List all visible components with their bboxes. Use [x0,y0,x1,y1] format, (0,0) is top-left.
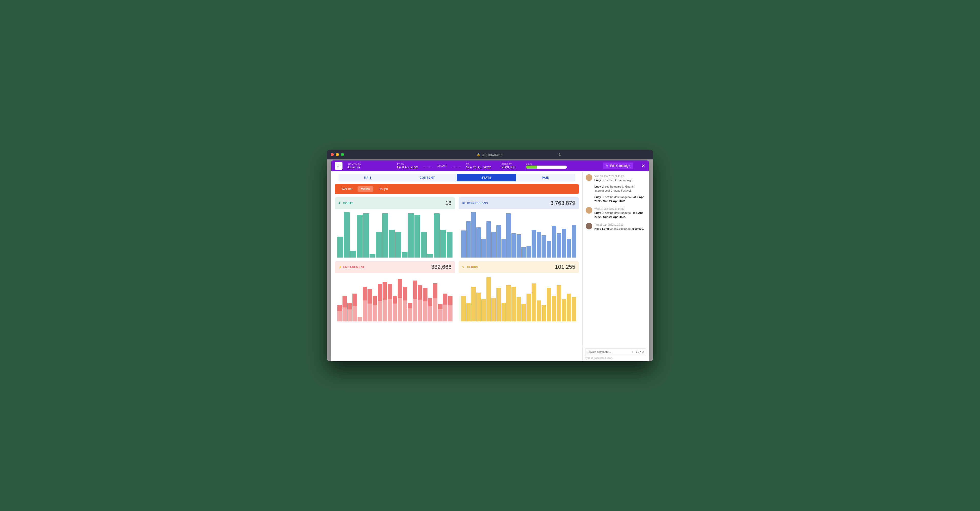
browser-window: 🔒 app.kawo.com ↻ 🏳️ CAMPAIGN Guerrini FR… [327,150,653,361]
refresh-icon[interactable]: ↻ [558,153,562,156]
avatar [586,174,592,181]
clicks-value: 101,255 [555,263,575,270]
feed-entry: Mon 10 Jan 2022 at 15:22 Lucy Li created… [586,174,646,203]
send-icon: ✈ [339,201,342,205]
campaign-name: Guerrini [348,165,361,169]
clicks-card: ↖CLICKS 101,255 [458,261,579,321]
budget-block: BUDGET ¥500,000 [501,163,515,169]
campaign-label: CAMPAIGN [348,163,361,165]
edit-campaign-button[interactable]: ✎ Edit Campaign [603,163,633,169]
plus-icon[interactable]: + [632,350,634,354]
traffic-lights [331,153,344,156]
cursor-icon: ↖ [462,265,466,269]
avatar [586,207,592,214]
campaign-name-block: CAMPAIGN Guerrini [348,163,361,169]
close-modal-button[interactable]: ✕ [641,163,645,169]
clicks-chart [458,273,579,321]
activity-feed: Mon 10 Jan 2022 at 15:22 Lucy Li created… [583,171,649,346]
minimize-window-icon[interactable] [336,153,339,156]
kpis-block: KPIS [526,163,567,169]
channel-weibo[interactable]: Weibo [358,186,373,192]
feed-entry: Thu 13 Jan 2022 at 10:13 Kelly Song set … [586,223,646,231]
url-text: app.kawo.com [482,153,503,156]
close-window-icon[interactable] [331,153,334,156]
impressions-chart [458,209,579,257]
avatar [586,223,592,230]
engagement-value: 332,666 [431,263,452,270]
campaign-logo: 🏳️ [335,162,342,170]
comment-bar: + SEND Type @ to mention a user... [583,346,649,361]
engagement-card: ⚡ENGAGEMENT 332,666 [335,261,455,321]
eye-icon: 👁 [462,201,466,205]
impressions-card: 👁IMPRESSIONS 3,763,879 [458,197,579,257]
bolt-icon: ⚡ [339,265,342,269]
channel-bar: WeChat Weibo Douyin [335,184,579,194]
posts-value: 18 [445,200,452,206]
maximize-window-icon[interactable] [341,153,344,156]
kpi-progress [526,166,567,169]
main-panel: KPIS CONTENT STATS PAID WeChat Weibo Dou… [331,171,582,361]
channel-douyin[interactable]: Douyin [375,186,391,192]
channel-wechat[interactable]: WeChat [338,186,356,192]
impressions-value: 3,763,879 [550,200,575,206]
dash-left [424,167,431,168]
tab-stats[interactable]: STATS [457,174,516,181]
campaign-header: 🏳️ CAMPAIGN Guerrini FROM Fri 8 Apr 2022… [331,160,649,171]
comment-hint: Type @ to mention a user... [585,357,646,359]
from-block: FROM Fri 8 Apr 2022 [397,163,418,169]
dash-right [453,167,460,168]
address-bar[interactable]: 🔒 app.kawo.com [477,153,503,156]
stats-grid: ✈POSTS 18 👁IMPRESSIONS 3,763,879 [335,197,579,321]
page-backdrop: 🏳️ CAMPAIGN Guerrini FROM Fri 8 Apr 2022… [327,160,653,361]
campaign-modal: 🏳️ CAMPAIGN Guerrini FROM Fri 8 Apr 2022… [331,160,649,361]
pencil-icon: ✎ [606,164,608,168]
posts-chart [335,209,455,257]
activity-sidebar: Mon 10 Jan 2022 at 15:22 Lucy Li created… [582,171,649,361]
titlebar: 🔒 app.kawo.com ↻ [327,150,653,160]
duration-text: 23 DAYS [437,164,447,168]
send-button[interactable]: SEND [636,351,644,353]
tab-kpis[interactable]: KPIS [339,174,398,181]
tab-content[interactable]: CONTENT [398,174,457,181]
section-tabs: KPIS CONTENT STATS PAID [339,174,575,181]
posts-card: ✈POSTS 18 [335,197,455,257]
engagement-chart [335,273,455,321]
tab-paid[interactable]: PAID [516,174,575,181]
to-block: TO Sun 24 Apr 2022 [466,163,491,169]
feed-entry: Wed 12 Jan 2022 at 14:02 Lucy Li set the… [586,207,646,219]
lock-icon: 🔒 [477,153,480,156]
comment-input[interactable] [587,350,630,353]
